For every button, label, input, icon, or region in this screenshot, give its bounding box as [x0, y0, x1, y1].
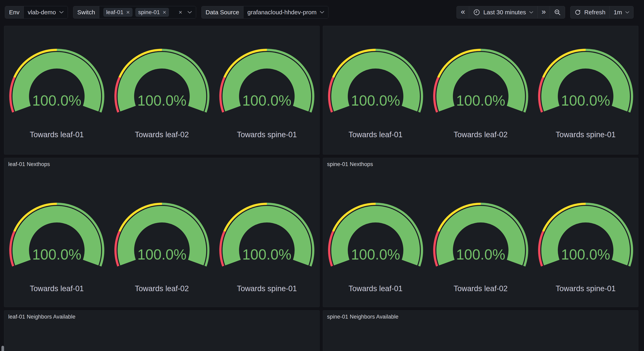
- magnifier-minus-icon: [554, 9, 561, 16]
- gauge-arc: 100.0%: [327, 48, 424, 114]
- gauge-value: 100.0%: [137, 246, 186, 262]
- gauge-title: Towards spine-01: [237, 130, 297, 139]
- gauge-title: Towards leaf-02: [135, 284, 189, 293]
- gauge-title: Towards leaf-01: [348, 130, 402, 139]
- gauge-value: 100.0%: [456, 246, 505, 262]
- gauge-value: 100.0%: [351, 246, 400, 262]
- panel-r0c1: 100.0%Towards leaf-01100.0%Towards leaf-…: [323, 26, 638, 155]
- gauge-arc: 100.0%: [8, 202, 105, 268]
- gauge-title: Towards spine-01: [556, 130, 616, 139]
- refresh-icon: [574, 9, 581, 16]
- gauge-cell: 100.0%Towards spine-01: [214, 202, 320, 293]
- gauge-arc: 100.0%: [218, 48, 315, 114]
- gauge-title: Towards leaf-01: [348, 284, 402, 293]
- var-env: Env vlab-demo: [5, 6, 68, 19]
- clock-icon: [473, 9, 480, 16]
- gauge-row: 100.0%Towards leaf-01100.0%Towards leaf-…: [323, 168, 638, 293]
- zoom-out-button[interactable]: [550, 6, 565, 18]
- gauge-title: Towards spine-01: [556, 284, 616, 293]
- var-datasource: Data Source grafanacloud-hhdev-prom: [202, 6, 328, 19]
- gauge-cell: 100.0%Towards leaf-01: [4, 202, 109, 293]
- gauge-cell: 100.0%Towards leaf-02: [109, 48, 214, 139]
- gauge-row: 100.0%Towards leaf-01100.0%Towards leaf-…: [4, 26, 320, 139]
- time-range-button[interactable]: Last 30 minutes: [469, 6, 537, 18]
- gauge-cell: 100.0%Towards leaf-01: [4, 48, 109, 139]
- gauge-value: 100.0%: [242, 93, 292, 109]
- var-switch: Switch leaf-01×spine-01× ×: [73, 6, 196, 19]
- time-picker-group: « Last 30 minutes »: [456, 6, 565, 19]
- gauge-cell: 100.0%Towards spine-01: [533, 48, 638, 139]
- gauge-value: 100.0%: [561, 93, 610, 109]
- panel-spine-01-nexthops: spine-01 Nexthops100.0%Towards leaf-0110…: [323, 158, 638, 307]
- refresh-group: Refresh 1m: [570, 6, 634, 19]
- gauge-cell: 100.0%Towards leaf-02: [109, 202, 214, 293]
- gauge-cell: 100.0%Towards leaf-01: [323, 48, 428, 139]
- panel-title[interactable]: leaf-01 Neighbors Available: [4, 310, 320, 320]
- chip-label: leaf-01: [106, 9, 124, 16]
- gauge-title: Towards leaf-02: [135, 130, 189, 139]
- time-shift-back-button[interactable]: «: [457, 6, 469, 18]
- template-variables: Env vlab-demo Switch leaf-01×spine-01× ×…: [5, 6, 328, 19]
- gauge-title: Towards leaf-01: [30, 284, 84, 293]
- time-range-label: Last 30 minutes: [483, 9, 526, 16]
- var-datasource-label: Data Source: [202, 6, 243, 18]
- chevron-down-icon: [529, 11, 533, 14]
- var-env-value: vlab-demo: [28, 9, 56, 16]
- gauge-arc: 100.0%: [327, 202, 424, 268]
- gauge-arc: 100.0%: [114, 202, 210, 268]
- gauge-title: Towards leaf-01: [30, 130, 84, 139]
- gauge-title: Towards leaf-02: [454, 284, 508, 293]
- gauge-arc: 100.0%: [432, 202, 529, 268]
- gauge-row: 100.0%Towards leaf-01100.0%Towards leaf-…: [323, 26, 638, 139]
- gauge-arc: 100.0%: [537, 48, 634, 114]
- switch-chip-spine-01[interactable]: spine-01×: [135, 8, 169, 17]
- gauge-title: Towards spine-01: [237, 284, 297, 293]
- gauge-title: Towards leaf-02: [454, 130, 508, 139]
- gauge-cell: 100.0%Towards spine-01: [214, 48, 320, 139]
- gauge-cell: 100.0%Towards spine-01: [533, 202, 638, 293]
- var-datasource-select[interactable]: grafanacloud-hhdev-prom: [243, 6, 328, 18]
- panel-title[interactable]: spine-01 Neighbors Available: [323, 310, 638, 320]
- chevrons-left-icon: «: [461, 8, 465, 17]
- clear-all-icon[interactable]: ×: [178, 9, 182, 15]
- gauge-cell: 100.0%Towards leaf-01: [323, 202, 428, 293]
- gauge-arc: 100.0%: [537, 202, 634, 268]
- chevron-down-icon: [320, 11, 324, 14]
- refresh-interval-value: 1m: [614, 9, 622, 16]
- refresh-label: Refresh: [584, 9, 605, 16]
- panel-title[interactable]: spine-01 Nexthops: [323, 158, 638, 168]
- chip-remove-icon[interactable]: ×: [163, 9, 166, 15]
- panel-leaf-01-nexthops: leaf-01 Nexthops100.0%Towards leaf-01100…: [4, 158, 320, 307]
- switch-chip-leaf-01[interactable]: leaf-01×: [103, 8, 132, 17]
- var-switch-select[interactable]: leaf-01×spine-01× ×: [99, 6, 196, 18]
- panel-spine-01-neighbors-available: spine-01 Neighbors Available: [323, 310, 638, 351]
- time-shift-forward-button[interactable]: »: [537, 6, 550, 18]
- refresh-interval-button[interactable]: 1m: [609, 6, 633, 18]
- var-switch-label: Switch: [73, 6, 99, 18]
- refresh-button[interactable]: Refresh: [570, 6, 609, 18]
- time-controls: « Last 30 minutes » Refresh 1m: [456, 6, 634, 19]
- panel-leaf-01-neighbors-available: leaf-01 Neighbors Available: [4, 310, 320, 351]
- gauge-cell: 100.0%Towards leaf-02: [428, 202, 533, 293]
- gauge-value: 100.0%: [242, 246, 292, 262]
- chevron-down-icon: [188, 11, 192, 14]
- gauge-value: 100.0%: [32, 93, 81, 109]
- var-env-select[interactable]: vlab-demo: [24, 6, 68, 18]
- panel-title[interactable]: leaf-01 Nexthops: [4, 158, 320, 168]
- switch-chip-list: leaf-01×spine-01×: [103, 8, 172, 17]
- var-env-label: Env: [5, 6, 24, 18]
- panel-r0c0: 100.0%Towards leaf-01100.0%Towards leaf-…: [4, 26, 320, 155]
- gauge-value: 100.0%: [32, 246, 81, 262]
- gauge-arc: 100.0%: [114, 48, 210, 114]
- dashboard-grid: 100.0%Towards leaf-01100.0%Towards leaf-…: [4, 26, 638, 351]
- chip-label: spine-01: [138, 9, 160, 16]
- dashboard-toolbar: Env vlab-demo Switch leaf-01×spine-01× ×…: [0, 0, 644, 23]
- gauge-value: 100.0%: [351, 93, 400, 109]
- gauge-cell: 100.0%Towards leaf-02: [428, 48, 533, 139]
- scrollbar-thumb[interactable]: [2, 346, 4, 351]
- chevrons-right-icon: »: [542, 8, 546, 17]
- chip-remove-icon[interactable]: ×: [126, 9, 130, 15]
- chevron-down-icon: [625, 11, 629, 14]
- gauge-value: 100.0%: [137, 93, 186, 109]
- gauge-arc: 100.0%: [432, 48, 529, 114]
